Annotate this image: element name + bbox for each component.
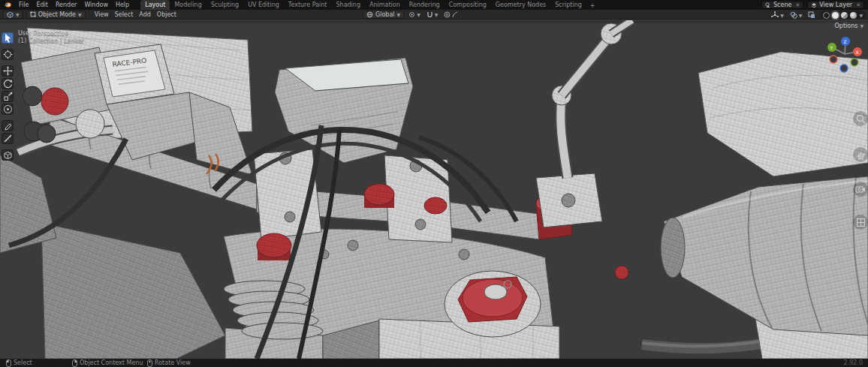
axis-z-negative[interactable] bbox=[840, 65, 848, 72]
falloff-curve-icon bbox=[452, 11, 458, 18]
measure-ruler-icon bbox=[3, 134, 13, 143]
tool-annotate[interactable] bbox=[2, 120, 14, 131]
hint-select: Select bbox=[6, 359, 32, 367]
shading-options-dropdown-icon[interactable]: ▼ bbox=[859, 13, 863, 18]
hand-icon bbox=[856, 150, 866, 160]
steering-stem-cap bbox=[445, 271, 541, 337]
menu-add[interactable]: Add bbox=[136, 10, 154, 20]
menu-edit[interactable]: Edit bbox=[32, 0, 52, 10]
top-menu-bar: File Edit Render Window Help Layout Mode… bbox=[0, 0, 868, 10]
navigation-gizmo[interactable]: Z Y X bbox=[824, 34, 865, 74]
viewport-overlay-text: User Perspective (1) Collection | Lenker bbox=[18, 30, 84, 45]
view-layer-selector[interactable]: View Layer ✕ bbox=[807, 1, 864, 9]
pivot-point-icon bbox=[408, 11, 415, 18]
mode-label: Object Mode bbox=[38, 11, 76, 18]
menu-object[interactable]: Object bbox=[154, 10, 179, 20]
xray-icon bbox=[808, 11, 815, 19]
shading-rendered-button[interactable] bbox=[850, 12, 857, 19]
tool-transform[interactable] bbox=[2, 104, 14, 115]
hint-context-menu: Object Context Menu bbox=[72, 359, 143, 367]
tool-rotate[interactable] bbox=[2, 78, 14, 89]
hint-rotate-view: Rotate View bbox=[147, 359, 191, 367]
menu-file[interactable]: File bbox=[15, 0, 32, 10]
menu-window[interactable]: Window bbox=[80, 0, 112, 10]
options-button[interactable]: Options ▼ bbox=[835, 23, 864, 29]
scene-selector[interactable]: Scene ✕ bbox=[761, 1, 803, 9]
view-layer-unlink-icon[interactable]: ✕ bbox=[854, 2, 860, 8]
tab-uv-editing[interactable]: UV Editing bbox=[243, 0, 284, 10]
chevron-down-icon: ▼ bbox=[435, 12, 439, 17]
menu-render[interactable]: Render bbox=[52, 0, 80, 10]
viewport-header: ▼ Object Mode ▼ View Select Add Object bbox=[0, 10, 868, 20]
motorcycle-handlebar-model: RACE-PRO bbox=[0, 20, 868, 359]
tool-scale[interactable] bbox=[2, 91, 14, 102]
tool-cursor[interactable] bbox=[2, 49, 14, 60]
xray-toggle[interactable] bbox=[806, 11, 817, 20]
tab-layout[interactable]: Layout bbox=[140, 0, 170, 10]
svg-text:Z: Z bbox=[844, 39, 847, 44]
magnifier-icon bbox=[856, 114, 866, 124]
tab-texture-paint[interactable]: Texture Paint bbox=[284, 0, 332, 10]
viewport-3d[interactable]: RACE-PRO bbox=[0, 20, 868, 359]
mouse-middle-icon bbox=[147, 359, 152, 367]
axis-y-negative[interactable] bbox=[851, 59, 858, 66]
add-workspace-button[interactable]: + bbox=[586, 1, 599, 10]
snap-toggle[interactable]: ▼ bbox=[425, 11, 440, 19]
shading-wireframe-button[interactable] bbox=[823, 12, 830, 19]
status-bar: Select Object Context Menu Rotate View 2… bbox=[0, 359, 868, 367]
show-overlays-toggle[interactable]: ▼ bbox=[788, 11, 804, 20]
svg-text:X: X bbox=[856, 50, 859, 55]
menu-select[interactable]: Select bbox=[112, 10, 137, 20]
hint-context-menu-label: Object Context Menu bbox=[80, 359, 143, 366]
axis-x-negative[interactable] bbox=[830, 56, 837, 63]
pivot-point-selector[interactable]: ▼ bbox=[407, 11, 422, 19]
toggle-perspective-button[interactable] bbox=[853, 215, 868, 230]
transform-orientation-selector[interactable]: Global ▼ bbox=[363, 11, 404, 19]
svg-text:Y: Y bbox=[830, 45, 833, 50]
camera-icon bbox=[855, 185, 866, 194]
view-layer-name: View Layer bbox=[819, 2, 852, 8]
chevron-down-icon: ▼ bbox=[16, 12, 20, 17]
menu-help[interactable]: Help bbox=[112, 0, 133, 10]
mouse-right-icon bbox=[72, 359, 77, 367]
tool-add-cube[interactable] bbox=[2, 149, 14, 161]
view-name: User Perspective bbox=[18, 30, 84, 38]
move-icon bbox=[3, 66, 13, 76]
scene-unlink-icon[interactable]: ✕ bbox=[794, 2, 800, 8]
show-gizmo-toggle[interactable]: ▼ bbox=[770, 11, 785, 20]
zoom-view-button[interactable] bbox=[853, 111, 868, 126]
mode-selector[interactable]: Object Mode ▼ bbox=[26, 11, 86, 19]
proportional-editing-toggle[interactable] bbox=[442, 11, 460, 19]
overlays-icon bbox=[790, 11, 797, 19]
tool-move[interactable] bbox=[2, 65, 14, 77]
tab-scripting[interactable]: Scripting bbox=[550, 0, 586, 10]
chevron-down-icon: ▼ bbox=[78, 12, 82, 17]
tool-select-box[interactable] bbox=[2, 32, 14, 44]
chevron-down-icon: ▼ bbox=[417, 12, 420, 17]
tab-shading[interactable]: Shading bbox=[331, 0, 365, 10]
pan-view-button[interactable] bbox=[853, 147, 868, 162]
scene-name: Scene bbox=[773, 2, 791, 8]
camera-view-button[interactable] bbox=[853, 182, 868, 197]
chevron-down-icon: ▼ bbox=[860, 23, 863, 29]
gizmo-icon bbox=[771, 11, 779, 19]
editor-type-selector[interactable]: ▼ bbox=[3, 11, 23, 19]
orientation-label: Global bbox=[375, 11, 395, 18]
chevron-down-icon: ▼ bbox=[799, 13, 803, 18]
tab-modeling[interactable]: Modeling bbox=[170, 0, 206, 10]
tab-animation[interactable]: Animation bbox=[365, 0, 405, 10]
tab-geometry-nodes[interactable]: Geometry Nodes bbox=[491, 0, 550, 10]
tab-compositing[interactable]: Compositing bbox=[445, 0, 491, 10]
menu-view[interactable]: View bbox=[92, 10, 112, 20]
chevron-down-icon: ▼ bbox=[397, 12, 401, 17]
blender-logo-icon[interactable] bbox=[4, 2, 11, 8]
tab-sculpting[interactable]: Sculpting bbox=[206, 0, 243, 10]
transform-icon bbox=[3, 104, 13, 114]
shading-solid-button[interactable] bbox=[832, 12, 839, 19]
tool-measure[interactable] bbox=[2, 133, 14, 144]
tab-rendering[interactable]: Rendering bbox=[405, 0, 445, 10]
hint-select-label: Select bbox=[14, 359, 32, 366]
blender-version: 2.92.0 bbox=[844, 359, 863, 367]
editor-3d-viewport-icon bbox=[7, 11, 14, 18]
shading-material-button[interactable] bbox=[841, 12, 848, 19]
